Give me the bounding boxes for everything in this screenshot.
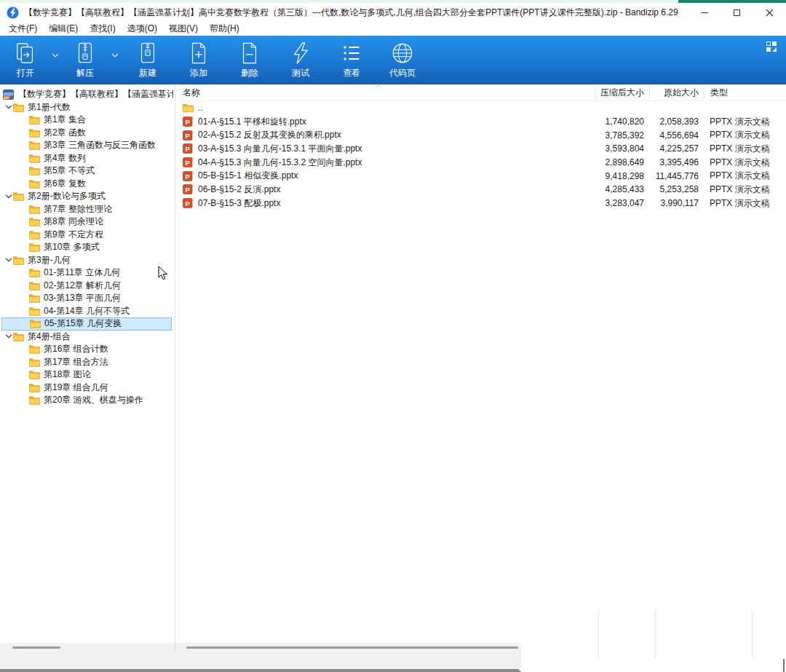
open-dropdown-button[interactable]: [48, 25, 63, 84]
folder-icon: [29, 383, 40, 392]
list-horizontal-scrollbar[interactable]: [186, 647, 518, 649]
folder-icon: [13, 103, 24, 112]
tree-item-book4[interactable]: 第4册-组合: [0, 331, 173, 344]
folder-icon: [183, 103, 194, 113]
chevron-down-icon[interactable]: [4, 333, 13, 339]
column-header-original[interactable]: 原始大小: [649, 87, 704, 99]
menu-options[interactable]: 选项(O): [122, 22, 163, 36]
main-content: 【数学竞赛】【高联教程】【涵盖强基计划】高中竞赛数学教程（第三版） 第1册-代数…: [0, 84, 786, 643]
status-bar: [0, 643, 541, 672]
folder-icon: [13, 191, 24, 201]
close-icon: [766, 9, 774, 17]
folder-icon: [29, 141, 40, 150]
bandizip-logo-icon: [7, 7, 19, 19]
file-row[interactable]: 06-B-§15-2 反演.pptx 4,285,433 5,253,258 P…: [177, 183, 786, 197]
pptx-file-icon: [183, 171, 194, 181]
file-row[interactable]: 01-A-§15.1 平移和旋转.pptx 1,740,820 2,058,39…: [177, 115, 786, 129]
chevron-down-icon[interactable]: [4, 194, 13, 199]
view-button[interactable]: 查看: [326, 36, 377, 84]
view-list-icon: [340, 41, 363, 65]
tree-item[interactable]: 03-第13章 平面几何: [0, 292, 173, 305]
folder-icon: [29, 344, 40, 354]
menu-help[interactable]: 帮助(H): [204, 22, 245, 36]
title-bar[interactable]: 【数学竞赛】【高联教程】【涵盖强基计划】高中竞赛数学教程（第三版）---代数,数…: [0, 3, 786, 22]
menu-view[interactable]: 视图(V): [163, 22, 204, 36]
gridline: [598, 609, 599, 659]
pptx-file-icon: [183, 143, 194, 154]
minimize-button[interactable]: [688, 3, 720, 22]
tree-item[interactable]: 第10章 多项式: [0, 241, 173, 254]
tree-item[interactable]: 第6章 复数: [0, 178, 173, 191]
tree-item[interactable]: 第8章 同余理论: [0, 216, 173, 229]
tree-item[interactable]: 01-第11章 立体几何: [0, 266, 173, 280]
folder-icon: [13, 256, 24, 265]
new-archive-button[interactable]: 新建: [122, 36, 173, 84]
list-header: 名称 压缩后大小 原始大小 类型: [177, 84, 786, 101]
tree-item[interactable]: 第7章 整除性理论: [0, 203, 173, 216]
folder-icon: [29, 395, 40, 405]
overlapping-window-edge: [783, 659, 785, 672]
tree-item[interactable]: 第20章 游戏、棋盘与操作: [0, 394, 173, 407]
file-row[interactable]: 02-A-§15.2 反射及其变换的乘积.pptx 3,785,392 4,55…: [177, 128, 786, 142]
tree-item[interactable]: 第4章 数列: [0, 152, 173, 165]
tree-item-root[interactable]: 【数学竞赛】【高联教程】【涵盖强基计划】高中竞赛数学教程（第三版）: [0, 88, 173, 101]
folder-tree-panel: 【数学竞赛】【高联教程】【涵盖强基计划】高中竞赛数学教程（第三版） 第1册-代数…: [0, 84, 173, 643]
layout-grid-icon[interactable]: [766, 41, 777, 52]
column-header-name[interactable]: 名称: [177, 87, 595, 99]
file-row[interactable]: 03-A-§15.3 向量几何-15.3.1 平面向量.pptx 3,593,8…: [177, 142, 786, 156]
pptx-file-icon: [183, 130, 194, 141]
tree-item[interactable]: 第1章 集合: [0, 114, 173, 127]
tree-item[interactable]: 第16章 组合计数: [0, 343, 173, 356]
folder-icon: [29, 128, 40, 138]
folder-icon: [29, 307, 40, 316]
menu-file[interactable]: 文件(F): [3, 22, 43, 36]
file-list-panel: 名称 压缩后大小 原始大小 类型 .. 01-A-§15.1 平移和旋转.ppt…: [177, 84, 786, 643]
column-header-type[interactable]: 类型: [704, 87, 786, 99]
tree-item[interactable]: 02-第12章 解析几何: [0, 280, 173, 293]
gridline: [655, 609, 656, 659]
extract-dropdown-button[interactable]: [108, 25, 122, 84]
tree-item[interactable]: 第5章 不等式: [0, 165, 173, 178]
folder-icon: [29, 115, 40, 124]
chevron-down-icon: [111, 53, 119, 58]
tree-item[interactable]: 第3章 三角函数与反三角函数: [0, 139, 173, 152]
chevron-down-icon[interactable]: [4, 104, 13, 110]
codepage-button[interactable]: 代码页: [377, 36, 428, 84]
mouse-cursor: [158, 266, 168, 281]
maximize-button[interactable]: [720, 3, 753, 22]
tree-item-selected[interactable]: 05-第15章 几何变换: [1, 317, 172, 331]
extract-button[interactable]: 解压: [63, 36, 108, 84]
close-button[interactable]: [753, 3, 786, 22]
file-row[interactable]: 07-B-§15-3 配极.pptx 3,283,047 3,990,117 P…: [177, 197, 786, 210]
test-button[interactable]: 测试: [275, 36, 326, 84]
file-row[interactable]: 05-B-§15-1 相似变换.pptx 9,418,298 11,445,77…: [177, 169, 786, 183]
pptx-file-icon: [183, 184, 194, 194]
tree-item[interactable]: 04-第14章 几何不等式: [0, 305, 173, 318]
tree-horizontal-scrollbar[interactable]: [12, 647, 60, 649]
folder-icon: [29, 217, 40, 226]
pptx-file-icon: [183, 116, 194, 127]
delete-button[interactable]: 删除: [224, 36, 275, 84]
folder-icon: [29, 370, 40, 379]
chevron-down-icon[interactable]: [4, 257, 13, 263]
folder-icon: [29, 230, 40, 240]
add-button[interactable]: 添加: [173, 36, 224, 84]
maximize-icon: [734, 9, 740, 16]
tree-item[interactable]: 第18章 图论: [0, 368, 173, 382]
tree-item[interactable]: 第17章 组合方法: [0, 356, 173, 369]
tree-item-book1[interactable]: 第1册-代数: [0, 101, 173, 114]
delete-file-icon: [238, 41, 261, 65]
tree-item-book2[interactable]: 第2册-数论与多项式: [0, 190, 173, 203]
tree-item[interactable]: 第2章 函数: [0, 127, 173, 140]
file-row-parent-dir[interactable]: ..: [177, 101, 786, 115]
folder-icon: [29, 268, 40, 277]
column-header-compressed[interactable]: 压缩后大小: [595, 87, 649, 99]
file-row[interactable]: 04-A-§15.3 向量几何-15.3.2 空间向量.pptx 2,898,6…: [177, 156, 786, 170]
folder-icon: [29, 154, 40, 163]
pptx-file-icon: [183, 198, 194, 208]
open-button[interactable]: 打开: [3, 36, 48, 84]
tree-item[interactable]: 第9章 不定方程: [0, 229, 173, 242]
tree-item[interactable]: 第19章 组合几何: [0, 382, 173, 395]
tree-item-book3[interactable]: 第3册-几何: [0, 254, 173, 267]
folder-icon: [29, 166, 40, 175]
